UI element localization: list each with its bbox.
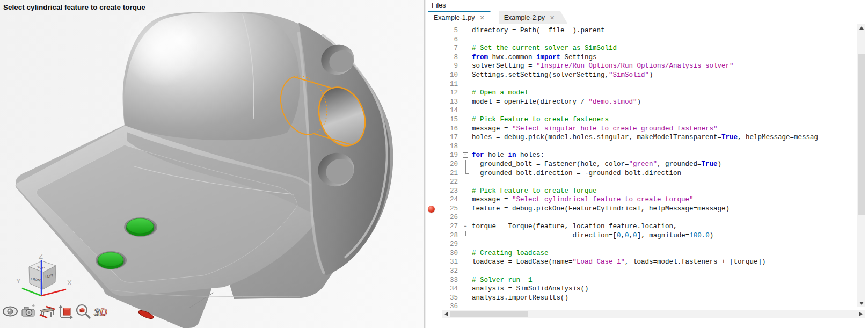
breakpoint-margin[interactable] [426,125,436,134]
3d-view-icon[interactable]: 3 D [93,303,110,319]
breakpoint-margin[interactable] [426,142,436,151]
breakpoint-margin[interactable] [426,213,436,222]
breakpoint-margin[interactable] [426,151,436,160]
fold-margin [462,178,470,187]
breakpoint-margin[interactable] [426,178,436,187]
scroll-left-icon[interactable] [442,310,450,318]
line-number: 6 [436,35,462,45]
tab-example-1[interactable]: Example-1.py ✕ [428,11,498,24]
fold-margin [462,35,470,45]
breakpoint-margin[interactable] [426,249,436,258]
breakpoint-margin[interactable] [426,35,436,45]
code-text: torque = Torque(feature, location=featur… [470,222,677,231]
breakpoint-margin[interactable] [426,115,436,125]
breakpoint-margin[interactable] [426,294,436,303]
breakpoint-margin[interactable] [426,26,436,35]
breakpoint-margin[interactable] [426,98,436,107]
file-tab-bar: Example-1.py ✕ Example-2.py ✕ [426,11,868,24]
grounded-fastener-1[interactable] [124,217,157,237]
fold-margin [462,106,470,115]
code-line: 32 [426,267,858,276]
zoom-icon[interactable] [75,303,91,319]
breakpoint-margin[interactable] [426,133,436,142]
close-tab-icon[interactable]: ✕ [479,15,484,21]
breakpoint-margin[interactable] [426,231,436,240]
code-text: grounded_bolt = Fastener(hole, color="gr… [470,160,721,169]
breakpoint-margin[interactable] [426,240,436,249]
breakpoint-margin[interactable] [426,160,436,169]
grounded-fastener-2[interactable] [96,251,127,269]
code-line: 33# Solver run 1 [426,276,858,285]
fold-margin [462,26,470,35]
line-number: 35 [436,294,462,303]
fold-margin [462,302,470,310]
code-text: message = "Select singular hole to creat… [470,125,718,134]
breakpoint-margin[interactable] [426,195,436,205]
breakpoint-margin[interactable] [426,80,436,89]
code-text [470,106,472,115]
breakpoint-margin[interactable] [426,62,436,71]
code-text: feature = debug.pickOne(FeatureCylindric… [470,205,730,214]
bracket-model[interactable]: TOP FRONT LEFT Z Y X [0,0,424,328]
modeling-viewport[interactable]: Select cylindrical feature to create tor… [0,0,424,328]
code-text: direction=[0,0,0], magnitude=100.0) [470,231,713,240]
scroll-right-icon[interactable] [857,310,865,318]
breakpoint-margin[interactable] [426,222,436,231]
visibility-icon[interactable] [2,303,18,319]
code-line: 28 direction=[0,0,0], magnitude=100.0) [426,231,858,240]
fold-margin[interactable]: − [462,151,470,160]
code-editor[interactable]: 5directory = Path(__file__).parent67# Se… [426,24,858,310]
fold-margin [462,205,470,214]
code-line: 20 grounded_bolt = Fastener(hole, color=… [426,160,858,169]
breakpoint-margin[interactable] [426,71,436,80]
code-line: 10Settings.setSetting(solverSetting,"Sim… [426,71,858,80]
code-text: holes = debug.pick(model.holes.singular,… [470,133,818,142]
code-line: 19−for hole in holes: [426,151,858,160]
fold-margin [462,98,470,107]
line-number: 18 [436,142,462,151]
line-number: 11 [436,80,462,89]
fold-margin[interactable]: − [462,222,470,231]
vertical-scrollbar[interactable] [857,24,865,307]
code-line: 7# Set the current solver as SimSolid [426,44,858,53]
code-text [470,178,472,187]
breakpoint-margin[interactable] [426,285,436,294]
tab-example-2[interactable]: Example-2.py ✕ [499,11,568,24]
code-line: 23# Pick Feature to create Torque [426,187,858,196]
code-text [470,267,472,276]
breakpoint-marker[interactable] [426,205,436,214]
breakpoint-margin[interactable] [426,276,436,285]
scroll-down-icon[interactable] [857,299,865,307]
fit-region-icon[interactable] [57,303,73,319]
breakpoint-margin[interactable] [426,169,436,178]
view-cube[interactable]: TOP FRONT LEFT [29,261,56,289]
breakpoint-margin[interactable] [426,106,436,115]
breakpoint-margin[interactable] [426,187,436,196]
files-panel: Files Example-1.py ✕ Example-2.py ✕ 5dir… [426,0,868,328]
code-text [470,80,472,89]
code-line: 35analysis.importResults() [426,294,858,303]
breakpoint-margin[interactable] [426,267,436,276]
line-number: 16 [436,125,462,134]
scroll-up-icon[interactable] [857,24,865,32]
snapshot-icon[interactable] [20,303,37,319]
horizontal-scrollbar[interactable] [442,310,865,318]
breakpoint-margin[interactable] [426,44,436,53]
move-table-icon[interactable] [39,303,55,319]
horizontal-scroll-thumb[interactable] [450,311,528,317]
breakpoint-margin[interactable] [426,258,436,267]
breakpoint-margin[interactable] [426,89,436,98]
vertical-scroll-thumb[interactable] [858,54,865,215]
breakpoint-margin[interactable] [426,302,436,310]
code-text: # Open a model [470,89,528,98]
fold-margin [462,249,470,258]
line-number: 31 [436,258,462,267]
code-text [470,142,472,151]
breakpoint-margin[interactable] [426,53,436,62]
fold-margin [462,89,470,98]
code-line: 26 [426,213,858,222]
tab-label: Example-1.py [434,14,475,21]
fold-margin [462,53,470,62]
fold-margin [462,294,470,303]
close-tab-icon[interactable]: ✕ [550,15,555,21]
